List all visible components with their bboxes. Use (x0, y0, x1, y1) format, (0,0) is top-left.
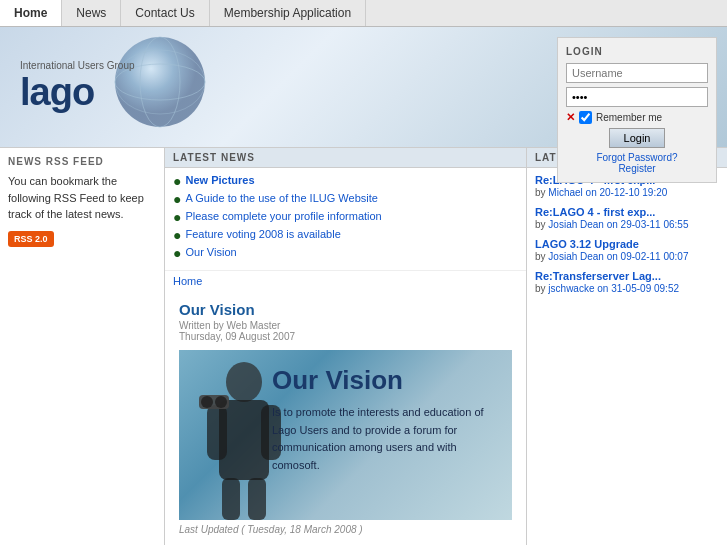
forum-post-title-2[interactable]: Re:LAGO 4 - first exp... (535, 206, 655, 218)
remember-row: ✕ Remember me (566, 111, 708, 124)
register-link[interactable]: Register (566, 163, 708, 174)
latest-news: LATEST NEWS ● New Pictures ● A Guide to … (165, 148, 527, 545)
rss-badge[interactable]: RSS 2.0 (8, 231, 54, 247)
logo-lago: lago (20, 71, 135, 114)
remember-checkbox[interactable] (579, 111, 592, 124)
bullet-icon: ● (173, 246, 181, 260)
right-sidebar: LATEST FORUM POSTS Re:LAGO 4 - first exp… (527, 148, 727, 545)
article-date: Thursday, 09 August 2007 (179, 331, 295, 342)
login-button[interactable]: Login (609, 128, 666, 148)
bullet-icon: ● (173, 228, 181, 242)
article-title: Our Vision (179, 301, 512, 318)
breadcrumb-home[interactable]: Home (173, 275, 202, 287)
bullet-icon: ● (173, 192, 181, 206)
logo-area: International Users Group lago (0, 50, 155, 124)
sidebar: NEWS RSS FEED You can bookmark the follo… (0, 148, 165, 545)
forum-post: Re:Transferserver Lag... by jschwacke on… (535, 270, 719, 294)
forum-post-title-4[interactable]: Re:Transferserver Lag... (535, 270, 661, 282)
forgot-password-link[interactable]: Forgot Password? (566, 152, 708, 163)
forum-posts: Re:LAGO 4 - first exp... by Michael on 2… (527, 168, 727, 308)
forum-post-meta-4: by jschwacke on 31-05-09 09:52 (535, 283, 679, 294)
header: International Users Group lago LOGIN ✕ (0, 27, 727, 147)
vision-overlay: Our Vision Is to promote the interests a… (272, 365, 502, 474)
news-link-3[interactable]: Feature voting 2008 is available (185, 228, 340, 240)
latest-news-header: LATEST NEWS (165, 148, 526, 168)
vision-image: Our Vision Is to promote the interests a… (179, 350, 512, 520)
forum-post: LAGO 3.12 Upgrade by Josiah Dean on 09-0… (535, 238, 719, 262)
nav-membership[interactable]: Membership Application (210, 0, 366, 26)
news-link-0[interactable]: New Pictures (185, 174, 254, 186)
svg-point-12 (215, 396, 227, 408)
vision-big-title: Our Vision (272, 365, 502, 396)
article-meta: Written by Web Master Thursday, 09 Augus… (179, 320, 512, 342)
remember-x-icon: ✕ (566, 111, 575, 124)
bullet-icon: ● (173, 174, 181, 188)
nav-home[interactable]: Home (0, 0, 62, 26)
forum-post-meta-2: by Josiah Dean on 29-03-11 06:55 (535, 219, 688, 230)
vision-body-text: Is to promote the interests and educatio… (272, 404, 502, 474)
list-item: ● Our Vision (173, 246, 518, 260)
login-box: LOGIN ✕ Remember me Login Forgot Passwor… (557, 37, 717, 183)
username-input[interactable] (566, 63, 708, 83)
list-item: ● Please complete your profile informati… (173, 210, 518, 224)
nav-bar: Home News Contact Us Membership Applicat… (0, 0, 727, 27)
svg-rect-9 (248, 478, 266, 520)
list-item: ● Feature voting 2008 is available (173, 228, 518, 242)
nav-contact[interactable]: Contact Us (121, 0, 209, 26)
forum-post: Re:LAGO 4 - first exp... by Josiah Dean … (535, 206, 719, 230)
nav-news[interactable]: News (62, 0, 121, 26)
svg-rect-6 (207, 405, 227, 460)
news-link-1[interactable]: A Guide to the use of the ILUG Website (185, 192, 377, 204)
three-col: NEWS RSS FEED You can bookmark the follo… (0, 147, 727, 545)
forum-post-meta-0: by Michael on 20-12-10 19:20 (535, 187, 667, 198)
breadcrumb: Home (165, 270, 526, 291)
written-by: Written by Web Master (179, 320, 280, 331)
svg-point-11 (201, 396, 213, 408)
bullet-icon: ● (173, 210, 181, 224)
login-links: Forgot Password? Register (566, 152, 708, 174)
article-area: Our Vision Written by Web Master Thursda… (165, 291, 526, 545)
forum-post-meta-3: by Josiah Dean on 09-02-11 00:07 (535, 251, 688, 262)
iug-label: International Users Group (20, 60, 135, 71)
list-item: ● New Pictures (173, 174, 518, 188)
sidebar-title: NEWS RSS FEED (8, 156, 156, 167)
list-item: ● A Guide to the use of the ILUG Website (173, 192, 518, 206)
forum-post-title-3[interactable]: LAGO 3.12 Upgrade (535, 238, 639, 250)
password-input[interactable] (566, 87, 708, 107)
image-caption: Last Updated ( Tuesday, 18 March 2008 ) (179, 524, 512, 535)
remember-label: Remember me (596, 112, 662, 123)
sidebar-body: You can bookmark the following RSS Feed … (8, 173, 156, 223)
svg-point-4 (226, 362, 262, 402)
svg-rect-8 (222, 478, 240, 520)
news-link-2[interactable]: Please complete your profile information (185, 210, 381, 222)
news-link-4[interactable]: Our Vision (185, 246, 236, 258)
login-title: LOGIN (566, 46, 708, 57)
news-list: ● New Pictures ● A Guide to the use of t… (165, 168, 526, 270)
